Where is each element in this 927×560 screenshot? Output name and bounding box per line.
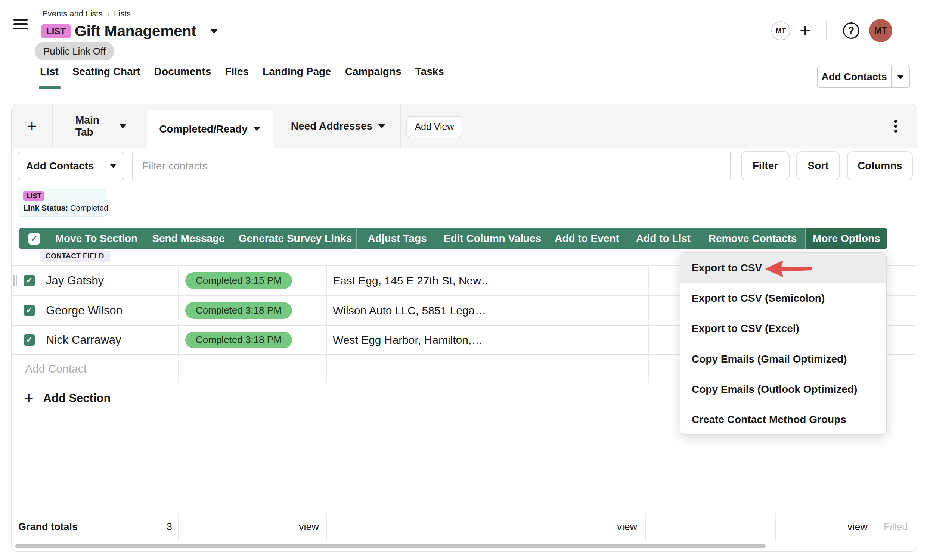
- empty-cell[interactable]: [490, 326, 649, 354]
- row-checkbox[interactable]: [24, 334, 35, 346]
- kebab-menu-icon[interactable]: [874, 104, 917, 148]
- view-link[interactable]: view: [299, 521, 319, 533]
- sort-button[interactable]: Sort: [796, 151, 840, 180]
- menu-item-export-to-csv-semicolon[interactable]: Export to CSV (Semicolon): [681, 283, 886, 313]
- nav-tab-documents[interactable]: Documents: [154, 66, 211, 77]
- contact-name[interactable]: Nick Carraway: [46, 333, 122, 347]
- menu-item-export-to-csv-excel[interactable]: Export to CSV (Excel): [681, 314, 886, 344]
- chip-value: Completed: [70, 203, 108, 212]
- list-type-badge: LIST: [41, 24, 71, 38]
- more-options-menu: Export to CSV Export to CSV (Semicolon) …: [680, 252, 887, 434]
- remove-contacts-button[interactable]: Remove Contacts: [700, 228, 805, 249]
- adjust-tags-button[interactable]: Adjust Tags: [357, 228, 438, 249]
- nav-tab-campaigns[interactable]: Campaigns: [345, 66, 401, 77]
- status-badge[interactable]: Completed 3:18 PM: [185, 331, 292, 348]
- strip-divider: [400, 104, 401, 148]
- active-tab-underline: [39, 86, 61, 89]
- view-tab-main-tab[interactable]: Main Tab: [69, 104, 132, 148]
- contact-name[interactable]: Jay Gatsby: [46, 274, 104, 287]
- filter-button[interactable]: Filter: [741, 151, 790, 180]
- contact-address[interactable]: West Egg Harbor, Hamilton,…: [327, 326, 490, 354]
- user-avatar[interactable]: MT: [869, 19, 892, 42]
- move-to-section-button[interactable]: Move To Section: [50, 228, 143, 249]
- add-section-label: Add Section: [43, 392, 111, 405]
- chevron-down-icon[interactable]: [378, 124, 385, 128]
- nav-tab-files[interactable]: Files: [225, 66, 249, 77]
- add-contact-placeholder[interactable]: Add Contact: [12, 355, 87, 383]
- contact-field-column-header[interactable]: CONTACT FIELD: [40, 250, 110, 262]
- nav-tab-seating-chart[interactable]: Seating Chart: [73, 66, 140, 77]
- contact-address[interactable]: East Egg, 145 E 27th St, New…: [327, 266, 490, 295]
- add-section-button[interactable]: + Add Section: [24, 392, 111, 405]
- workspace-avatar[interactable]: MT: [771, 21, 790, 40]
- more-options-button[interactable]: More Options: [805, 228, 887, 249]
- add-workspace-icon[interactable]: +: [797, 21, 814, 40]
- drag-handle[interactable]: [14, 275, 18, 286]
- horizontal-scrollbar[interactable]: [12, 543, 917, 549]
- help-icon[interactable]: ?: [843, 23, 859, 39]
- chevron-down-icon[interactable]: [254, 127, 260, 131]
- view-tab-completed-ready[interactable]: Completed/Ready: [147, 110, 273, 148]
- view-tab-need-addresses[interactable]: Need Addresses: [286, 104, 390, 148]
- contact-name[interactable]: George Wilson: [46, 304, 123, 317]
- row-checkbox[interactable]: [24, 275, 35, 286]
- grand-totals-label: Grand totals: [18, 521, 78, 533]
- add-contacts-button[interactable]: Add Contacts: [18, 152, 125, 180]
- add-view-button[interactable]: Add View: [406, 116, 462, 137]
- filled-label: Filled: [875, 513, 917, 540]
- add-contacts-top-dropdown[interactable]: [891, 67, 909, 87]
- plus-icon: +: [24, 393, 33, 404]
- grand-totals-count: 3: [167, 521, 172, 533]
- menu-item-copy-emails-outlook[interactable]: Copy Emails (Outlook Optimized): [681, 374, 886, 404]
- status-badge[interactable]: Completed 3:15 PM: [185, 272, 292, 289]
- header-divider: [826, 20, 827, 41]
- main-nav: List Seating Chart Documents Files Landi…: [40, 66, 444, 77]
- list-panel: + Main Tab Completed/Ready Need Addresse…: [11, 104, 917, 552]
- page-title: Gift Management: [75, 23, 196, 40]
- red-arrow-annotation: [765, 261, 813, 277]
- view-tab-need-addresses-label: Need Addresses: [291, 120, 372, 132]
- chip-list-badge: LIST: [23, 191, 44, 201]
- chip-text: Link Status: Completed: [23, 203, 102, 212]
- generate-survey-links-button[interactable]: Generate Survey Links: [234, 228, 357, 249]
- title-chevron-down-icon[interactable]: [210, 28, 218, 35]
- breadcrumb-events-and-lists[interactable]: Events and Lists: [42, 9, 102, 19]
- nav-tab-tasks[interactable]: Tasks: [415, 66, 444, 77]
- add-contacts-button-top[interactable]: Add Contacts: [817, 66, 910, 88]
- send-message-button[interactable]: Send Message: [143, 228, 234, 249]
- edit-column-values-button[interactable]: Edit Column Values: [438, 228, 547, 249]
- breadcrumb-separator-icon: ›: [107, 10, 109, 18]
- breadcrumb: Events and Lists › Lists: [42, 9, 131, 19]
- add-tab-button[interactable]: +: [12, 104, 53, 148]
- menu-item-create-contact-method-groups[interactable]: Create Contact Method Groups: [681, 404, 886, 434]
- view-link[interactable]: view: [617, 521, 637, 533]
- view-tab-main-tab-label: Main Tab: [76, 114, 114, 138]
- row-checkbox[interactable]: [24, 305, 35, 316]
- view-link[interactable]: view: [848, 521, 868, 533]
- chevron-down-icon[interactable]: [120, 124, 126, 128]
- view-tab-strip: + Main Tab Completed/Ready Need Addresse…: [12, 104, 916, 148]
- columns-button[interactable]: Columns: [847, 151, 913, 180]
- empty-cell[interactable]: [490, 266, 649, 295]
- filter-contacts-input[interactable]: [132, 152, 731, 180]
- empty-cell[interactable]: [490, 296, 649, 325]
- menu-item-copy-emails-gmail[interactable]: Copy Emails (Gmail Optimized): [681, 344, 886, 374]
- status-badge[interactable]: Completed 3:18 PM: [185, 302, 292, 319]
- add-to-list-button[interactable]: Add to List: [627, 228, 700, 249]
- breadcrumb-lists[interactable]: Lists: [114, 9, 131, 19]
- add-contacts-label[interactable]: Add Contacts: [18, 152, 102, 179]
- hamburger-menu-icon[interactable]: [14, 19, 27, 29]
- add-contacts-dropdown[interactable]: [102, 152, 124, 179]
- nav-tab-list[interactable]: List: [40, 66, 59, 77]
- contact-address[interactable]: Wilson Auto LLC, 5851 Lega…: [327, 296, 490, 325]
- link-status-filter-chip[interactable]: LIST Link Status: Completed: [18, 188, 107, 217]
- checkmark-icon: [28, 233, 40, 244]
- add-contacts-top-label[interactable]: Add Contacts: [818, 67, 891, 87]
- public-link-status-pill[interactable]: Public Link Off: [35, 42, 114, 61]
- nav-tab-landing-page[interactable]: Landing Page: [263, 66, 331, 77]
- view-tab-completed-ready-label: Completed/Ready: [159, 123, 248, 135]
- scrollbar-thumb[interactable]: [15, 543, 766, 548]
- chip-label: Link Status:: [23, 203, 68, 212]
- select-all-checkbox[interactable]: [19, 228, 50, 249]
- add-to-event-button[interactable]: Add to Event: [547, 228, 627, 249]
